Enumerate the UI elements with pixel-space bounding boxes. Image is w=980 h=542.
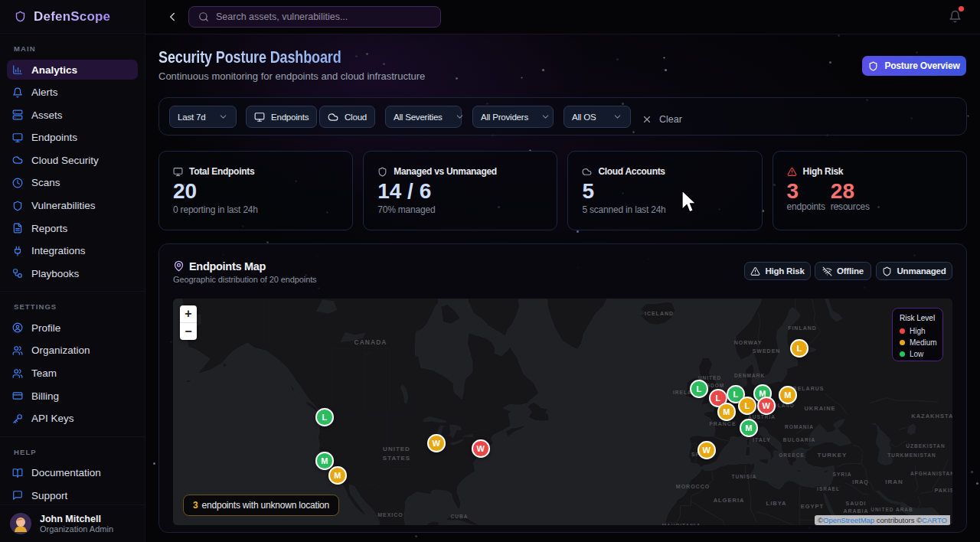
svg-text:BELARUS: BELARUS: [793, 386, 825, 391]
svg-text:STATES: STATES: [383, 455, 410, 462]
svg-text:GREECE: GREECE: [779, 452, 804, 458]
svg-text:TURKMENISTAN: TURKMENISTAN: [887, 452, 936, 458]
svg-text:BULGARIA: BULGARIA: [783, 437, 815, 442]
svg-text:SWEDEN: SWEDEN: [753, 348, 781, 354]
svg-text:ICELAND: ICELAND: [645, 311, 674, 316]
svg-text:FINLAND: FINLAND: [788, 325, 817, 331]
svg-text:TURKEY: TURKEY: [818, 452, 848, 459]
svg-text:UZBEKISTAN: UZBEKISTAN: [906, 443, 945, 449]
svg-text:MAURITANIA: MAURITANIA: [662, 523, 701, 525]
svg-text:ARABIA: ARABIA: [843, 508, 868, 514]
svg-text:ROMANIA: ROMANIA: [785, 424, 814, 429]
svg-text:UKRAINE: UKRAINE: [804, 405, 835, 412]
svg-text:KAZAKHSTAN: KAZAKHSTAN: [911, 413, 952, 420]
svg-text:ALGERIA: ALGERIA: [714, 497, 745, 504]
svg-text:CUBA: CUBA: [451, 514, 469, 519]
svg-text:UNITED ARAB: UNITED ARAB: [871, 507, 913, 512]
svg-text:IRAN: IRAN: [885, 478, 903, 485]
svg-text:UNITED: UNITED: [383, 446, 410, 452]
svg-text:PAKISTAN: PAKISTAN: [935, 488, 952, 493]
svg-text:AFGHANISTAN: AFGHANISTAN: [910, 471, 952, 476]
svg-text:IRAQ: IRAQ: [852, 479, 869, 485]
svg-text:LIBYA: LIBYA: [766, 500, 787, 507]
svg-text:TUNISIA: TUNISIA: [732, 474, 757, 479]
svg-text:CANADA: CANADA: [354, 338, 387, 346]
svg-text:ISRAEL: ISRAEL: [817, 486, 840, 491]
svg-text:FRANCE: FRANCE: [709, 421, 736, 426]
svg-text:DENMARK: DENMARK: [734, 373, 765, 378]
svg-text:ITALY: ITALY: [753, 437, 771, 442]
svg-text:SYRIA: SYRIA: [833, 472, 852, 477]
svg-text:EGYPT: EGYPT: [801, 503, 824, 510]
svg-text:SAUDI: SAUDI: [846, 501, 867, 506]
svg-text:NORWAY: NORWAY: [734, 340, 763, 345]
svg-text:MEXICO: MEXICO: [377, 512, 403, 518]
svg-text:MOROCCO: MOROCCO: [676, 484, 710, 489]
